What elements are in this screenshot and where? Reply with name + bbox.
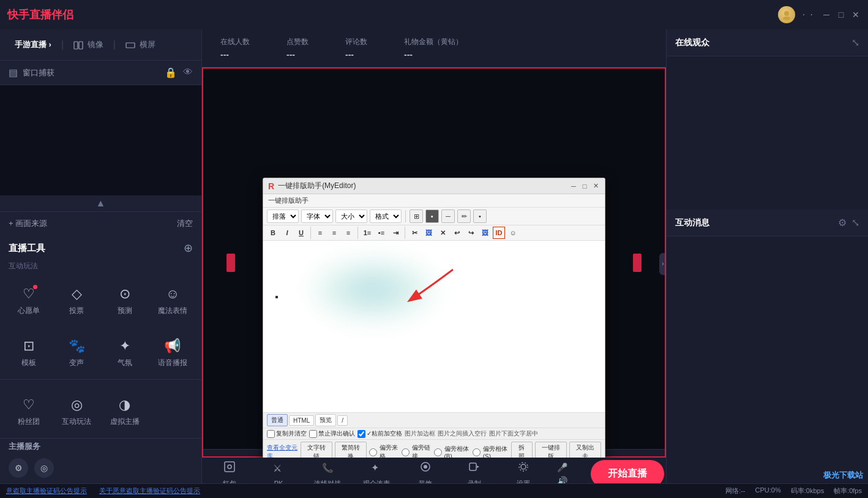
tab-normal[interactable]: 普通	[267, 414, 288, 426]
host-service-icon-1[interactable]: ⚙	[9, 458, 28, 478]
image-button[interactable]: 🖼	[422, 227, 435, 239]
editor-close-button[interactable]: ✕	[591, 182, 600, 191]
cut-button[interactable]: ✂	[408, 227, 421, 239]
screen-icon: ▤	[9, 67, 18, 78]
toolbar-color-btn[interactable]: ▪	[425, 209, 439, 223]
align-left-button[interactable]: ≡	[314, 227, 326, 239]
font-dropdown[interactable]: 排落	[267, 209, 299, 223]
status-notice-2[interactable]: 关于恶意盗取主播验证码公告提示	[99, 486, 200, 496]
tool-voice-change[interactable]: 🐾 变声	[53, 331, 100, 375]
tool-interact[interactable]: ◎ 互动玩法	[53, 390, 100, 434]
wishlist-icon: ♡	[23, 286, 35, 302]
pk-icon: ⚔	[272, 461, 285, 477]
font-size-dropdown[interactable]: 大小	[335, 209, 367, 223]
editor-actions-row: 查看全变元库 文字转链 繁简转换 偏旁来格 偏旁链接 偏旁相体(B) 偏旁相体(…	[263, 439, 605, 458]
minimize-button[interactable]: ─	[821, 10, 831, 20]
tab-preview[interactable]: 预览	[315, 414, 336, 426]
watermark: 极光下载站	[823, 470, 863, 481]
tool-magic-face[interactable]: ☺ 魔法表情	[149, 279, 196, 323]
editor-minimize-button[interactable]: ─	[569, 182, 578, 191]
option-img-border: 图片加边框	[405, 429, 435, 438]
online-viewers-expand-icon[interactable]: ⤡	[851, 37, 859, 48]
avatar[interactable]	[778, 6, 795, 23]
wishlist-label: 心愿单	[18, 306, 40, 316]
status-right: 网络:-- CPU:0% 码率:0kbps 帧率:0fps	[725, 486, 862, 496]
svg-point-16	[519, 462, 528, 471]
magic-face-icon: ☺	[166, 286, 179, 302]
tool-template[interactable]: ⊡ 模板	[5, 331, 53, 375]
status-notice-1[interactable]: 意盗取主播验证码公告提示	[6, 486, 87, 496]
delete-button[interactable]: ✕	[436, 227, 449, 239]
source-capture-label: 窗口捕获	[23, 67, 54, 78]
tools-more-icon[interactable]: ⊕	[184, 241, 193, 255]
bold-button[interactable]: B	[267, 227, 279, 239]
video-handle-left[interactable]	[226, 254, 235, 272]
lock-icon[interactable]: 🔒	[165, 67, 177, 78]
option-paste-space[interactable]: ✓粘前加空格	[357, 429, 402, 438]
online-viewers-header: 在线观众 ⤡	[675, 37, 859, 48]
editor-maximize-button[interactable]: □	[580, 182, 589, 191]
add-source-button[interactable]: + 画面来源	[9, 218, 47, 229]
editor-win-btns: ─ □ ✕	[569, 182, 600, 191]
redo-button[interactable]: ↪	[465, 227, 477, 239]
editor-title-left: R 一键排版助手(MyEditor)	[268, 181, 356, 191]
font-format-dropdown[interactable]: 格式	[370, 209, 402, 223]
undo-button[interactable]: ↩	[451, 227, 463, 239]
smileys-button[interactable]: ☺	[507, 227, 519, 239]
tab-html[interactable]: HTML	[289, 415, 314, 426]
split-photo-button[interactable]: 拆照	[511, 442, 533, 458]
id-button[interactable]: ID	[493, 227, 505, 239]
preview-spacer	[0, 85, 201, 195]
text-link-button[interactable]: 文字转链	[301, 442, 332, 458]
close-button[interactable]: ✕	[851, 10, 861, 20]
align-right-button[interactable]: ≡	[342, 227, 354, 239]
tool-predict[interactable]: ⊙ 预测	[101, 279, 149, 323]
clear-button[interactable]: 清空	[177, 218, 193, 229]
copy-out-button[interactable]: 又制出去	[569, 442, 601, 458]
one-key-format-button[interactable]: 一键排版	[535, 442, 567, 458]
tool-atmosphere[interactable]: ✦ 气氛	[101, 331, 149, 375]
expand-arrow[interactable]: ▲	[0, 195, 201, 211]
image2-button[interactable]: 🖼	[479, 227, 491, 239]
tool-wishlist[interactable]: ♡ 心愿单	[5, 279, 53, 323]
toolbar-line-btn[interactable]: ─	[441, 209, 455, 223]
underline-button[interactable]: U	[295, 227, 307, 239]
toolbar-dot-btn[interactable]: •	[473, 209, 487, 223]
font-type-dropdown[interactable]: 字体	[301, 209, 333, 223]
svg-point-0	[784, 11, 789, 16]
video-handle-right[interactable]	[633, 254, 642, 272]
tool-vote[interactable]: ◇ 投票	[53, 279, 100, 323]
eye-icon[interactable]: 👁	[183, 67, 193, 78]
msgs-expand-icon[interactable]: ⤡	[851, 217, 859, 228]
toolbar-grid-btn[interactable]: ⊞	[410, 209, 423, 223]
maximize-button[interactable]: □	[836, 10, 846, 20]
tool-fan[interactable]: ♡ 粉丝团	[5, 390, 53, 434]
online-viewers-area	[667, 56, 868, 209]
list-ol-button[interactable]: 1≡	[361, 227, 373, 239]
audience-icon: ✦	[370, 460, 383, 477]
tool-virtual[interactable]: ◑ 虚拟主播	[101, 390, 149, 434]
trad-simp-button[interactable]: 繁简转换	[335, 442, 367, 458]
tools-grid-1: ♡ 心愿单 ◇ 投票 ⊙ 预测 ☺ 魔法表情	[0, 275, 201, 327]
stats-bar: 在线人数 --- 点赞数 --- 评论数 --- 礼物金额（黄钻） ---	[202, 29, 666, 67]
atmosphere-icon: ✦	[119, 338, 130, 354]
svg-point-1	[783, 17, 790, 20]
option-no-confirm[interactable]: 禁止弹出确认	[309, 429, 355, 438]
italic-button[interactable]: I	[281, 227, 293, 239]
tab-slash[interactable]: /	[337, 415, 348, 426]
view-library-link[interactable]: 查看全变元库	[267, 443, 298, 458]
option-copy-clear[interactable]: 复制并清空	[267, 429, 307, 438]
msgs-settings-icon[interactable]: ⚙	[838, 217, 847, 228]
mic-volume-row: 🎤	[557, 462, 572, 472]
host-service-icon-2[interactable]: ◎	[34, 458, 54, 478]
toolbar-paint-btn[interactable]: ✏	[457, 209, 471, 223]
tab-mobile-game[interactable]: 手游直播	[7, 36, 59, 54]
titlebar-dots[interactable]: · ·	[803, 9, 814, 20]
tool-voice-broadcast[interactable]: 📢 语音播报	[149, 331, 196, 375]
right-expand-button[interactable]: ›	[659, 253, 667, 275]
align-center-button[interactable]: ≡	[328, 227, 340, 239]
indent-button[interactable]: ⇥	[389, 227, 402, 239]
tab-landscape[interactable]: 横屏	[118, 36, 163, 54]
list-ul-button[interactable]: •≡	[375, 227, 387, 239]
tab-mirror[interactable]: 镜像	[66, 36, 111, 54]
